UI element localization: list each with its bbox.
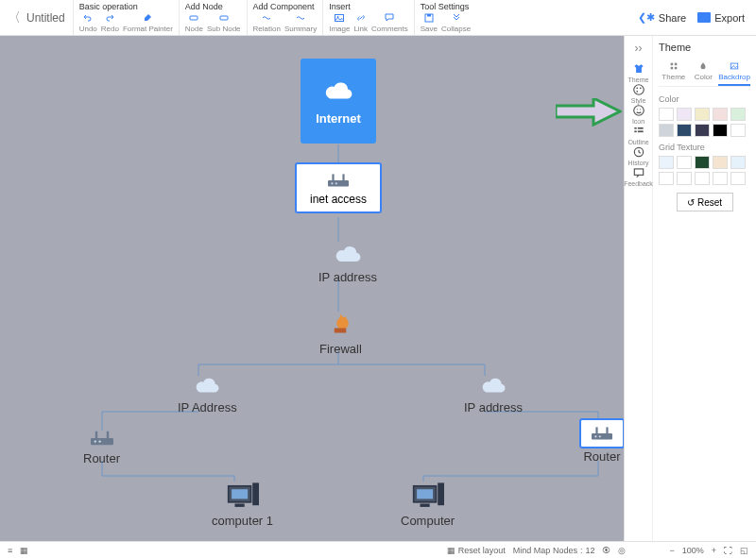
zoom-in-button[interactable]: + — [712, 546, 716, 555]
toolbar-save-button[interactable]: Save — [421, 12, 438, 33]
node-inet-access[interactable]: inet access — [296, 163, 381, 212]
color-swatch[interactable] — [713, 108, 728, 121]
target-icon[interactable]: ◎ — [618, 546, 626, 555]
node-ip-left[interactable]: IP Address — [178, 374, 237, 414]
top-toolbar: 〈 Untitled Basic operationUndoRedoFormat… — [0, 0, 756, 36]
node-router-left[interactable]: Router — [83, 427, 120, 465]
collapse-panel-button[interactable]: ›› — [635, 42, 643, 55]
document-title[interactable]: Untitled — [26, 11, 65, 25]
toolbar-group-title: Tool Settings — [421, 2, 471, 11]
zoom-level: 100% — [682, 546, 704, 555]
color-swatch[interactable] — [730, 124, 746, 137]
rail-history[interactable]: History — [624, 145, 653, 166]
share-icon: ❮✱ — [638, 11, 655, 24]
color-swatch[interactable] — [677, 172, 692, 185]
color-swatch[interactable] — [677, 124, 692, 137]
color-swatch[interactable] — [659, 172, 674, 185]
back-button[interactable]: 〈 — [8, 9, 21, 26]
export-button[interactable]: Export — [697, 12, 745, 24]
grid-icon[interactable]: ▦ — [20, 546, 28, 555]
firewall-icon — [323, 312, 357, 340]
section-color-label: Color — [659, 94, 750, 104]
toolbar-group-title: Basic operation — [79, 2, 173, 11]
cloud-icon — [474, 374, 512, 398]
color-swatch[interactable] — [659, 108, 674, 121]
rail-theme[interactable]: Theme — [624, 62, 653, 83]
toolbar-group-title: Add Component — [253, 2, 318, 11]
toolbar-image-button[interactable]: Image — [329, 12, 350, 33]
color-swatch[interactable] — [677, 108, 692, 121]
color-swatch[interactable] — [695, 172, 710, 185]
toolbar-comments-button[interactable]: Comments — [371, 12, 408, 33]
router-icon — [85, 427, 119, 449]
router-icon — [587, 423, 617, 444]
toolbar-group-title: Insert — [329, 2, 408, 11]
zoom-out-button[interactable]: − — [669, 546, 674, 555]
fullscreen-icon[interactable]: ⛶ — [724, 546, 732, 555]
toolbar-summary-button[interactable]: Summary — [284, 12, 317, 33]
node-firewall[interactable]: Firewall — [319, 312, 362, 356]
color-swatch[interactable] — [695, 156, 710, 169]
share-button[interactable]: ❮✱Share — [638, 11, 686, 24]
color-swatch[interactable] — [659, 124, 674, 137]
reset-layout-button[interactable]: ▦ Reset layout — [447, 546, 506, 555]
toolbar-relation-button[interactable]: Relation — [253, 12, 281, 33]
toolbar-format-painter-button[interactable]: Format Painter — [123, 12, 173, 33]
color-swatch[interactable] — [713, 124, 728, 137]
rail-style[interactable]: Style — [624, 83, 653, 104]
rail-feedback[interactable]: Feedback — [624, 166, 653, 187]
node-router-right[interactable]: Router — [580, 419, 624, 464]
node-computer-left[interactable]: computer 1 — [212, 480, 273, 528]
menu-icon[interactable]: ≡ — [8, 546, 12, 555]
pointer-arrow-icon — [556, 98, 622, 127]
color-swatch[interactable] — [713, 156, 728, 169]
color-swatch[interactable] — [730, 156, 746, 169]
right-panel: ›› ThemeStyleIconOutlineHistoryFeedback … — [624, 36, 756, 541]
cloud-icon — [329, 242, 367, 268]
panel-title: Theme — [659, 42, 750, 53]
node-ip-1[interactable]: IP address — [318, 242, 377, 284]
status-bar: ≡ ▦ ▦ Reset layout Mind Map Nodes : 12 ⦿… — [0, 541, 756, 558]
tab-color[interactable]: Color — [689, 59, 719, 86]
node-count-label: Mind Map Nodes : 12 — [513, 546, 595, 555]
color-swatch[interactable] — [695, 124, 710, 137]
toolbar-group-title: Add Node — [185, 2, 241, 11]
canvas[interactable]: Internet inet access IP address Firewall… — [0, 36, 624, 541]
tab-theme[interactable]: Theme — [659, 59, 689, 86]
color-swatch[interactable] — [713, 172, 728, 185]
section-texture-label: Grid Texture — [659, 143, 750, 152]
cloud-icon — [188, 374, 226, 398]
cloud-icon — [318, 77, 359, 106]
router-icon — [322, 170, 354, 191]
rail-outline[interactable]: Outline — [624, 125, 653, 145]
color-swatch[interactable] — [695, 108, 710, 121]
toolbar-undo-button[interactable]: Undo — [79, 12, 97, 33]
rail-icon[interactable]: Icon — [624, 104, 653, 125]
tab-backdrop[interactable]: Backdrop — [718, 59, 750, 86]
folder-icon — [697, 12, 711, 23]
computer-icon — [408, 480, 448, 512]
toolbar-link-button[interactable]: Link — [353, 12, 368, 33]
fit-icon[interactable]: ◱ — [740, 546, 748, 555]
svg-marker-37 — [556, 98, 620, 125]
color-swatch[interactable] — [730, 172, 746, 185]
computer-icon — [223, 480, 263, 512]
node-computer-right[interactable]: Computer — [401, 480, 455, 528]
node-internet[interactable]: Internet — [301, 59, 376, 144]
toolbar-node-button[interactable]: Node — [185, 12, 203, 33]
color-swatch[interactable] — [659, 156, 674, 169]
toolbar-redo-button[interactable]: Redo — [101, 12, 119, 33]
color-swatch[interactable] — [730, 108, 746, 121]
reset-button[interactable]: ↺ Reset — [677, 193, 733, 211]
toolbar-sub-node-button[interactable]: Sub Node — [207, 12, 241, 33]
presentation-icon[interactable]: ⦿ — [602, 546, 610, 555]
node-ip-right[interactable]: IP address — [464, 374, 523, 414]
toolbar-collapse-button[interactable]: Collapse — [441, 12, 471, 33]
side-rail: ›› ThemeStyleIconOutlineHistoryFeedback — [625, 36, 653, 541]
color-swatch[interactable] — [677, 156, 692, 169]
